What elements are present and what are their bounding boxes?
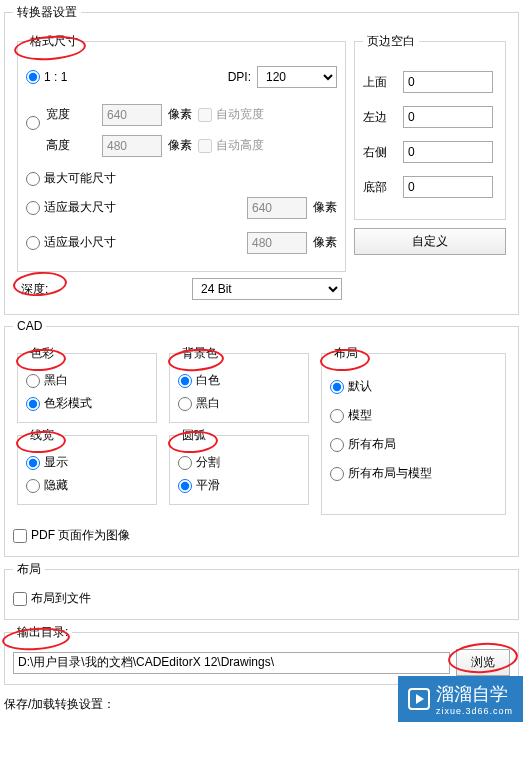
dpi-select[interactable]: 120 — [257, 66, 337, 88]
page-margins-group: 页边空白 上面 左边 右侧 底部 — [354, 33, 506, 220]
layout-default-radio[interactable] — [330, 380, 344, 394]
lw-hide-option[interactable]: 隐藏 — [26, 477, 148, 494]
lw-show-label: 显示 — [44, 454, 68, 471]
lw-hide-radio[interactable] — [26, 479, 40, 493]
ratio-1-1-radio[interactable] — [26, 70, 40, 84]
format-size-group: 格式尺寸 1 : 1 DPI: 120 — [17, 33, 346, 272]
pdf-page-as-image-check[interactable]: PDF 页面作为图像 — [13, 527, 510, 544]
margin-bottom-input[interactable] — [403, 176, 493, 198]
px-label: 像素 — [313, 199, 337, 216]
fit-min-option[interactable]: 适应最小尺寸 — [26, 234, 116, 251]
custom-wh-option[interactable] — [26, 116, 40, 130]
depth-select[interactable]: 24 Bit — [192, 278, 342, 300]
margin-right-label: 右侧 — [363, 144, 403, 161]
max-possible-label: 最大可能尺寸 — [44, 170, 116, 187]
bg-white-option[interactable]: 白色 — [178, 372, 300, 389]
max-possible-radio[interactable] — [26, 172, 40, 186]
linewidth-group: 线宽 显示 隐藏 — [17, 427, 157, 505]
bg-black-label: 黑白 — [196, 395, 220, 412]
lw-show-option[interactable]: 显示 — [26, 454, 148, 471]
px-label: 像素 — [168, 137, 192, 154]
layout-all-model-option[interactable]: 所有布局与模型 — [330, 465, 497, 482]
color-bw-radio[interactable] — [26, 374, 40, 388]
arc-smooth-radio[interactable] — [178, 479, 192, 493]
linewidth-legend: 线宽 — [26, 427, 58, 444]
auto-width-label: 自动宽度 — [216, 106, 264, 123]
converter-settings: 转换器设置 格式尺寸 1 : 1 DPI: 120 — [4, 4, 519, 315]
bg-white-radio[interactable] — [178, 374, 192, 388]
fit-max-label: 适应最大尺寸 — [44, 199, 116, 216]
brand-url: zixue.3d66.com — [436, 706, 513, 716]
layout-section: 布局 布局到文件 — [4, 561, 519, 620]
format-size-legend: 格式尺寸 — [26, 33, 82, 50]
layout-all-option[interactable]: 所有布局 — [330, 436, 497, 453]
bg-legend: 背景色 — [178, 345, 222, 362]
fit-max-option[interactable]: 适应最大尺寸 — [26, 199, 116, 216]
color-mode-radio[interactable] — [26, 397, 40, 411]
page-margins-legend: 页边空白 — [363, 33, 419, 50]
layout-all-radio[interactable] — [330, 438, 344, 452]
play-icon — [408, 688, 430, 710]
save-load-label: 保存/加载转换设置： — [4, 696, 115, 713]
layout-section-legend: 布局 — [13, 561, 45, 578]
margin-left-label: 左边 — [363, 109, 403, 126]
color-legend: 色彩 — [26, 345, 58, 362]
margin-top-label: 上面 — [363, 74, 403, 91]
auto-height-check[interactable]: 自动高度 — [198, 137, 264, 154]
layout-default-label: 默认 — [348, 378, 372, 395]
color-group: 色彩 黑白 色彩模式 — [17, 345, 157, 423]
depth-label: 深度: — [21, 281, 48, 298]
ratio-1-1-option[interactable]: 1 : 1 — [26, 70, 67, 84]
width-input[interactable] — [102, 104, 162, 126]
margin-left-input[interactable] — [403, 106, 493, 128]
arc-split-option[interactable]: 分割 — [178, 454, 300, 471]
px-label: 像素 — [313, 234, 337, 251]
layout-to-file-check[interactable]: 布局到文件 — [13, 590, 510, 607]
pdf-page-as-image-checkbox[interactable] — [13, 529, 27, 543]
auto-height-checkbox[interactable] — [198, 139, 212, 153]
cad-legend: CAD — [13, 319, 46, 333]
output-dir-input[interactable] — [13, 652, 450, 674]
color-bw-option[interactable]: 黑白 — [26, 372, 148, 389]
layout-to-file-checkbox[interactable] — [13, 592, 27, 606]
margin-top-input[interactable] — [403, 71, 493, 93]
auto-width-checkbox[interactable] — [198, 108, 212, 122]
bg-white-label: 白色 — [196, 372, 220, 389]
arc-split-label: 分割 — [196, 454, 220, 471]
margin-right-input[interactable] — [403, 141, 493, 163]
lw-show-radio[interactable] — [26, 456, 40, 470]
color-mode-option[interactable]: 色彩模式 — [26, 395, 148, 412]
brand-logo: 溜溜自学 zixue.3d66.com — [398, 676, 523, 722]
output-dir-legend: 输出目录: — [13, 624, 72, 641]
color-bw-label: 黑白 — [44, 372, 68, 389]
layout-model-radio[interactable] — [330, 409, 344, 423]
max-possible-option[interactable]: 最大可能尺寸 — [26, 170, 337, 187]
layout-model-option[interactable]: 模型 — [330, 407, 497, 424]
bg-black-radio[interactable] — [178, 397, 192, 411]
lw-hide-label: 隐藏 — [44, 477, 68, 494]
width-label: 宽度 — [46, 106, 96, 123]
arc-split-radio[interactable] — [178, 456, 192, 470]
browse-button[interactable]: 浏览 — [456, 649, 510, 676]
auto-width-check[interactable]: 自动宽度 — [198, 106, 264, 123]
fit-min-radio[interactable] — [26, 236, 40, 250]
layout-model-label: 模型 — [348, 407, 372, 424]
height-input[interactable] — [102, 135, 162, 157]
layout-default-option[interactable]: 默认 — [330, 378, 497, 395]
layout-legend: 布局 — [330, 345, 362, 362]
layout-all-model-radio[interactable] — [330, 467, 344, 481]
fit-min-label: 适应最小尺寸 — [44, 234, 116, 251]
custom-button[interactable]: 自定义 — [354, 228, 506, 255]
auto-height-label: 自动高度 — [216, 137, 264, 154]
height-label: 高度 — [46, 137, 96, 154]
fit-min-input[interactable] — [247, 232, 307, 254]
layout-all-model-label: 所有布局与模型 — [348, 465, 432, 482]
fit-max-radio[interactable] — [26, 201, 40, 215]
custom-wh-radio[interactable] — [26, 116, 40, 130]
bg-group: 背景色 白色 黑白 — [169, 345, 309, 423]
bg-black-option[interactable]: 黑白 — [178, 395, 300, 412]
arc-smooth-option[interactable]: 平滑 — [178, 477, 300, 494]
pdf-page-as-image-label: PDF 页面作为图像 — [31, 527, 130, 544]
fit-max-input[interactable] — [247, 197, 307, 219]
cad-group: CAD 色彩 黑白 色彩模式 线宽 显示 — [4, 319, 519, 557]
